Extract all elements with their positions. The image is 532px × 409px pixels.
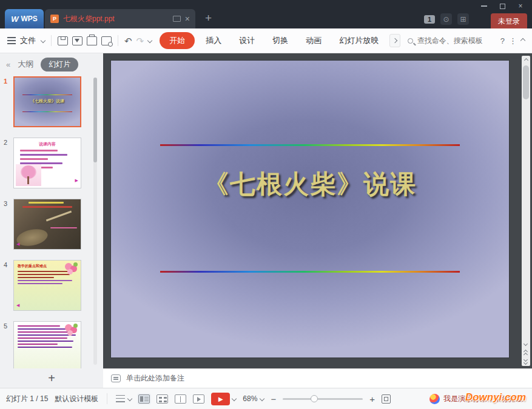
statusbar: 幻灯片 1 / 15 默认设计模板 ▶ 68% − + 我是演示行家，帮你排版 … — [0, 388, 532, 409]
rainbow-line-bottom — [160, 271, 460, 273]
redo-icon[interactable]: ↷ — [136, 36, 144, 45]
zoom-slider[interactable] — [283, 398, 363, 400]
zoom-level[interactable]: 68% — [243, 394, 264, 403]
tab-home[interactable]: 开始 — [160, 32, 195, 49]
zoom-slider-thumb[interactable] — [311, 395, 318, 402]
tab-transitions[interactable]: 切换 — [266, 32, 295, 49]
text-line — [29, 202, 64, 204]
slide-thumbnail-1[interactable]: 《七根火柴》说课 — [13, 76, 81, 127]
slide-sorter-view-icon[interactable] — [157, 394, 168, 404]
reading-view-icon[interactable] — [175, 394, 186, 404]
tab-slideshow[interactable]: 幻灯片放映 — [332, 32, 385, 49]
notes-placeholder[interactable]: 单击此处添加备注 — [126, 373, 184, 384]
rainbow-line — [22, 111, 72, 112]
document-tab[interactable]: P 七根火柴ppt.ppt × — [45, 9, 195, 28]
play-button[interactable]: ▶ — [211, 393, 230, 405]
text-line — [18, 347, 72, 348]
slide-title-text[interactable]: 《七根火柴》说课 — [111, 167, 509, 201]
print-preview-icon[interactable] — [101, 36, 112, 45]
export-icon[interactable] — [72, 36, 82, 45]
zoom-in-button[interactable]: + — [369, 394, 375, 404]
file-menu-chevron-icon[interactable] — [41, 38, 45, 43]
template-name[interactable]: 默认设计模板 — [55, 394, 98, 404]
add-slide-button[interactable]: + — [48, 371, 55, 385]
notes-toggle-chevron-icon[interactable] — [127, 396, 132, 401]
thumbnail-row: 5 — [4, 321, 91, 368]
print-icon[interactable] — [87, 36, 97, 45]
titlebar-right-group: 1 ⊙ ⊞ — [424, 13, 469, 25]
ribbon: 文件 ↶ ↷ 开始 插入 设计 切换 动画 幻灯片放映 ? ⋮ — [0, 28, 532, 53]
tab-animation[interactable]: 动画 — [299, 32, 328, 49]
slides-panel: « 大纲 幻灯片 1 《七根火柴》说课 2 说课内容 — [0, 53, 103, 368]
next-slide-button[interactable] — [522, 357, 530, 366]
more-options-icon[interactable]: ⋮ — [509, 36, 517, 45]
panel-scrollbar[interactable] — [93, 78, 97, 365]
minimize-button[interactable] — [475, 0, 493, 12]
tab-count-badge[interactable]: 1 — [424, 15, 435, 24]
back-arrow-icon: ◀ — [16, 242, 19, 247]
tab-insert[interactable]: 插入 — [199, 32, 228, 49]
menu-icon[interactable] — [7, 37, 16, 44]
slideshow-view-icon[interactable] — [193, 394, 204, 404]
collapse-ribbon-icon[interactable] — [520, 38, 525, 43]
normal-view-icon[interactable] — [138, 394, 150, 404]
slide-thumbnail-3[interactable]: ◀ — [13, 199, 81, 250]
notes-toggle-icon[interactable] — [116, 395, 125, 402]
text-line — [18, 274, 70, 275]
save-icon[interactable] — [58, 36, 68, 45]
tab-outline[interactable]: 大纲 — [18, 59, 33, 70]
fit-to-window-icon[interactable] — [382, 394, 391, 404]
panel-scrollbar-thumb[interactable] — [93, 78, 97, 162]
thumbnail-list: 1 《七根火柴》说课 2 说课内容 ▶ — [0, 76, 91, 368]
back-arrow-icon: ◀ — [16, 303, 19, 308]
editing-canvas: 《七根火柴》说课 — [103, 53, 532, 368]
next-arrow-icon: ▶ — [75, 178, 78, 183]
slide-thumbnail-4[interactable]: 教学的重点和难点 ◀ — [13, 260, 81, 311]
play-options-chevron-icon[interactable] — [232, 396, 237, 401]
ppt-file-icon: P — [50, 15, 59, 23]
help-icon[interactable]: ? — [500, 36, 505, 45]
more-tabs-button[interactable] — [389, 34, 400, 47]
text-line — [18, 341, 73, 342]
scroll-down-icon[interactable] — [522, 341, 530, 349]
palette-image — [15, 227, 49, 248]
thumbnail-row: 4 教学的重点和难点 ◀ — [4, 260, 91, 311]
text-line — [18, 331, 71, 333]
slide-thumbnail-5[interactable] — [13, 321, 81, 368]
zoom-out-button[interactable]: − — [271, 394, 276, 404]
projector-icon[interactable] — [173, 16, 181, 22]
file-menu[interactable]: 文件 — [20, 35, 36, 46]
tab-slides[interactable]: 幻灯片 — [41, 58, 78, 71]
divider — [118, 35, 118, 46]
canvas-scrollbar-thumb[interactable] — [523, 65, 529, 99]
slide-number: 1 — [4, 76, 13, 127]
command-search[interactable] — [408, 36, 496, 45]
skin-icon[interactable]: ⊞ — [457, 13, 469, 25]
maximize-button[interactable] — [493, 0, 511, 12]
wps-home-tab[interactable]: W WPS — [5, 9, 44, 28]
search-icon — [408, 38, 413, 44]
slide-thumbnail-2[interactable]: 说课内容 ▶ — [13, 138, 81, 188]
slide-number: 3 — [4, 199, 13, 250]
wps-presentation-window: W WPS P 七根火柴ppt.ppt × + × 1 ⊙ ⊞ 未登录 文件 — [0, 0, 532, 409]
beautify-ball-icon[interactable] — [429, 394, 440, 404]
tree-image — [16, 164, 41, 186]
slide-canvas[interactable]: 《七根火柴》说课 — [111, 61, 509, 357]
slide-number: 2 — [4, 138, 13, 188]
notes-bar[interactable]: 单击此处添加备注 — [103, 368, 532, 388]
scroll-up-icon[interactable] — [522, 56, 530, 64]
undo-icon[interactable]: ↶ — [124, 36, 132, 45]
text-line — [18, 283, 62, 284]
close-button[interactable]: × — [511, 0, 530, 12]
collapse-panel-icon[interactable]: « — [6, 60, 10, 69]
previous-slide-button[interactable] — [522, 349, 530, 357]
new-tab-button[interactable]: + — [205, 12, 212, 24]
canvas-scrollbar[interactable] — [522, 56, 530, 366]
search-input[interactable] — [417, 36, 496, 45]
tab-design[interactable]: 设计 — [232, 32, 261, 49]
tab-close-icon[interactable]: × — [185, 15, 190, 23]
rainbow-line-top — [160, 144, 460, 146]
quick-access-chevron-icon[interactable] — [147, 38, 152, 43]
thumb-title: 说课内容 — [14, 141, 81, 147]
message-icon[interactable]: ⊙ — [440, 13, 452, 25]
